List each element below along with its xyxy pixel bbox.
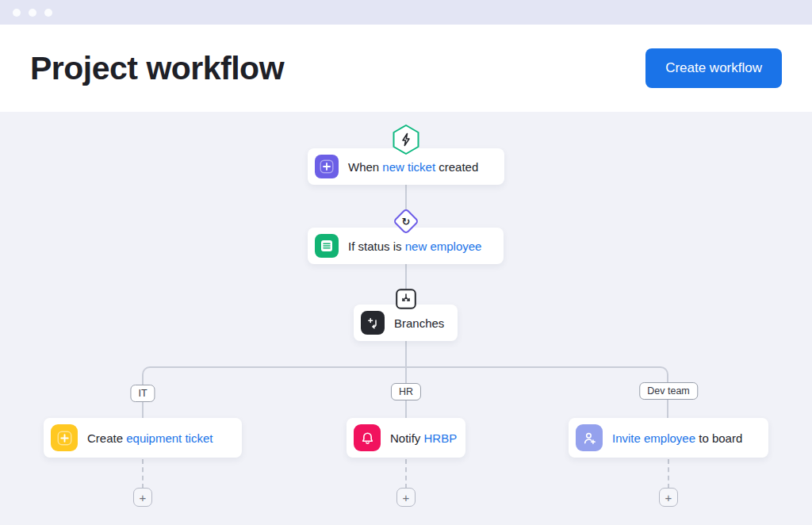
branches-node-text: Branches	[394, 316, 444, 330]
action-node-invite[interactable]: Invite employee to board	[569, 418, 768, 458]
titlebar-dot	[44, 9, 52, 17]
branch-split-icon	[396, 289, 416, 312]
trigger-node-text: When new ticket created	[348, 160, 478, 174]
titlebar-dot	[13, 9, 21, 17]
branch-label-devteam[interactable]: Dev team	[639, 382, 698, 400]
branch-label-hr[interactable]: HR	[391, 383, 421, 400]
action-node-notify[interactable]: Notify HRBP	[347, 418, 465, 458]
node-text-suffix: to board	[695, 431, 742, 445]
branch-label-it[interactable]: IT	[130, 385, 155, 402]
loop-arrows-icon: ↻	[402, 217, 411, 227]
node-text-prefix: If status is	[348, 240, 405, 253]
plus-icon	[51, 424, 78, 451]
node-text-link[interactable]: new ticket	[382, 160, 435, 174]
create-workflow-button[interactable]: Create workflow	[645, 48, 782, 88]
node-text-link[interactable]: equipment ticket	[126, 431, 213, 445]
page-title: Project workflow	[30, 50, 284, 87]
node-text-prefix: Notify	[390, 431, 424, 445]
window-titlebar	[0, 0, 812, 25]
equipment-node-text: Create equipment ticket	[87, 431, 213, 445]
node-text-suffix: created	[435, 160, 478, 174]
bell-icon	[354, 424, 381, 451]
invite-node-text: Invite employee to board	[612, 431, 742, 445]
node-text-link[interactable]: HRBP	[424, 431, 458, 445]
list-icon	[315, 234, 339, 258]
node-text-prefix: Create	[87, 431, 126, 445]
person-add-icon	[576, 424, 603, 451]
lightning-bolt-icon	[392, 124, 420, 155]
add-step-button[interactable]: +	[396, 488, 416, 507]
devteam-dashed-connector	[668, 459, 669, 489]
page-header: Project workflow Create workflow	[0, 25, 812, 112]
node-text-link[interactable]: new employee	[405, 240, 482, 253]
node-text-link[interactable]: Invite employee	[612, 431, 695, 445]
action-node-equipment[interactable]: Create equipment ticket	[44, 418, 242, 458]
node-text-prefix: When	[348, 160, 382, 174]
trigger-hexagon-icon	[392, 124, 420, 159]
app-window: Project workflow Create workflow When ne…	[0, 0, 812, 525]
notify-node-text: Notify HRBP	[390, 431, 457, 445]
add-step-button[interactable]: +	[133, 488, 152, 507]
hr-dashed-connector	[405, 459, 407, 489]
condition-node-text: If status is new employee	[348, 240, 481, 253]
titlebar-dot	[29, 9, 36, 17]
branches-icon	[361, 311, 385, 335]
plus-icon	[315, 155, 339, 178]
it-dashed-connector	[142, 459, 144, 489]
add-step-button[interactable]: +	[659, 488, 678, 507]
